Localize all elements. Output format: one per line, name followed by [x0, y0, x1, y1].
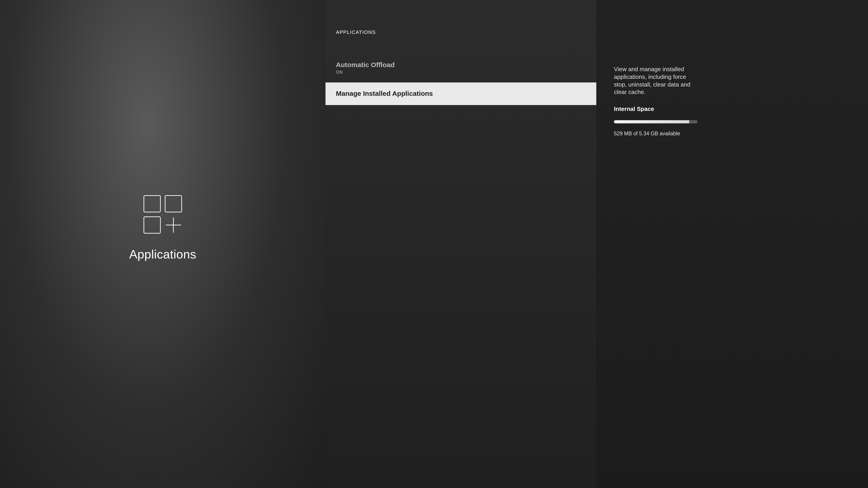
menu-list: Automatic Offload ON Manage Installed Ap… [326, 58, 596, 105]
category-title: Applications [129, 247, 196, 261]
storage-available-text: 529 MB of 5.34 GB available [614, 131, 850, 137]
detail-description: View and manage installed applications, … [614, 66, 695, 96]
menu-panel: APPLICATIONS Automatic Offload ON Manage… [326, 0, 596, 488]
menu-item-subvalue: ON [336, 70, 586, 75]
menu-item-title: Automatic Offload [336, 61, 586, 69]
applications-icon-row-2 [144, 217, 182, 234]
menu-item-automatic-offload[interactable]: Automatic Offload ON [326, 58, 596, 78]
detail-panel: View and manage installed applications, … [596, 0, 868, 488]
storage-label: Internal Space [614, 105, 850, 112]
menu-header: APPLICATIONS [326, 0, 596, 35]
storage-bar-fill [614, 120, 689, 123]
storage-bar [614, 120, 698, 123]
menu-item-title: Manage Installed Applications [336, 90, 586, 97]
plus-icon [165, 217, 182, 234]
applications-icon [144, 195, 182, 234]
app-square-icon [144, 217, 161, 234]
category-panel: Applications [0, 0, 326, 488]
settings-screen: Applications APPLICATIONS Automatic Offl… [0, 0, 868, 488]
menu-header-title: APPLICATIONS [336, 29, 586, 35]
menu-item-manage-installed-applications[interactable]: Manage Installed Applications [326, 83, 596, 105]
app-square-icon [165, 195, 182, 213]
applications-icon-row-1 [144, 195, 182, 213]
app-square-icon [144, 195, 161, 213]
